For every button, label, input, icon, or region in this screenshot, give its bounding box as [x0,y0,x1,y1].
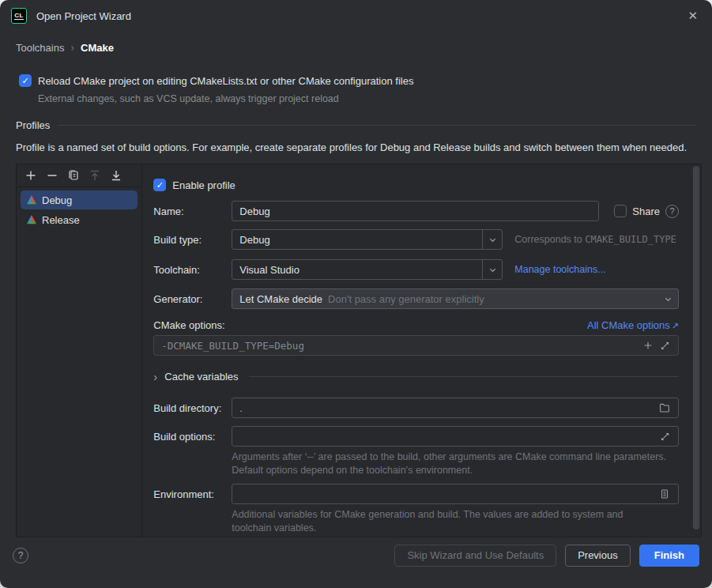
expand-icon[interactable] [660,341,670,351]
chevron-down-icon [482,230,502,249]
environment-hint: Additional variables for CMake generatio… [232,508,654,534]
separator-line [58,125,696,126]
toolchain-label: Toolchain: [153,264,232,276]
build-type-hint: Corresponds to CMAKE_BUILD_TYPE [514,234,676,245]
skip-wizard-button[interactable]: Skip Wizard and Use Defaults [394,545,556,567]
build-options-label: Build options: [153,431,232,443]
cmake-options-value: -DCMAKE_BUILD_TYPE=Debug [161,340,304,352]
breadcrumb-cmake: CMake [81,42,114,54]
enable-profile-row: ✓ Enable profile [153,179,679,191]
enable-profile-checkbox[interactable]: ✓ [153,179,166,191]
remove-profile-button[interactable] [46,169,58,182]
checkmark-icon: ✓ [156,181,164,190]
name-value: Debug [239,205,269,217]
share-label: Share [632,205,660,217]
profiles-section-header: Profiles [16,117,696,133]
footer: ? Skip Wizard and Use Defaults Previous … [0,537,712,576]
build-options-row: Build options: [153,426,679,447]
finish-button[interactable]: Finish [639,545,699,567]
cmake-profile-icon [26,214,37,225]
cmake-options-header: CMake options: All CMake options↗ [153,319,679,331]
variables-list-icon[interactable] [659,488,670,499]
generator-placeholder: Don't pass any generator explicitly [328,293,484,305]
environment-label: Environment: [153,488,232,500]
build-options-hint: Arguments after ‘--’ are passed to the b… [232,450,674,477]
build-type-value: Debug [239,234,269,246]
build-options-input[interactable] [232,426,679,447]
name-row: Name: Debug Share ? [153,201,679,221]
share-checkbox[interactable] [614,205,627,217]
scrollbar[interactable] [693,166,699,530]
breadcrumb-toolchains[interactable]: Toolchains [16,42,64,54]
environment-input[interactable] [232,484,679,504]
enable-profile-label: Enable profile [172,179,235,191]
cmake-options-input[interactable]: -DCMAKE_BUILD_TYPE=Debug [153,335,679,356]
profile-item-label: Debug [42,194,72,206]
manage-toolchains-link[interactable]: Manage toolchains... [514,264,605,275]
copy-profile-button[interactable] [67,169,80,182]
clion-logo-icon: CL [11,8,27,24]
close-icon[interactable]: ✕ [684,7,701,24]
profiles-toolbar [17,164,141,187]
name-input[interactable]: Debug [232,201,599,221]
build-directory-input[interactable]: . [232,398,679,418]
cache-variables-toggle[interactable]: › Cache variables [153,370,679,383]
previous-button[interactable]: Previous [565,545,631,567]
help-icon[interactable]: ? [13,548,28,564]
build-directory-row: Build directory: . [153,398,679,418]
generator-row: Generator: Let CMake decide Don't pass a… [153,288,679,309]
generator-label: Generator: [153,293,232,305]
clion-logo-text: CL [14,12,24,20]
build-directory-value: . [239,402,243,414]
move-up-button[interactable] [89,169,101,182]
toolchain-value: Visual Studio [239,264,299,276]
external-link-icon: ↗ [672,321,679,330]
toolchain-row: Toolchain: Visual Studio Manage toolchai… [153,259,679,280]
profiles-list: Debug Release [17,187,141,233]
profile-item-debug[interactable]: Debug [21,190,138,209]
folder-icon[interactable] [659,402,670,413]
titlebar: CL Open Project Wizard ✕ [0,0,712,32]
profile-item-label: Release [42,214,80,226]
profile-item-release[interactable]: Release [21,210,138,229]
profiles-list-panel: Debug Release [17,164,142,537]
generator-value: Let CMake decide [239,293,322,305]
expand-icon[interactable] [660,432,670,442]
profile-form: ✓ Enable profile Name: Debug Share ? Bui… [142,164,701,537]
add-profile-button[interactable] [24,169,37,182]
reload-checkbox[interactable]: ✓ [19,74,32,87]
generator-select[interactable]: Let CMake decide Don't pass any generato… [232,288,679,309]
profiles-title: Profiles [16,119,50,131]
cache-variables-label: Cache variables [164,371,238,383]
build-type-label: Build type: [153,234,232,246]
cmake-profile-icon [26,194,37,205]
build-type-row: Build type: Debug Corresponds to CMAKE_B… [153,229,679,250]
toolchain-select[interactable]: Visual Studio [232,259,503,280]
reload-section: ✓ Reload CMake project on editing CMakeL… [19,73,712,104]
reload-hint: External changes, such as VCS update, al… [38,93,712,104]
checkmark-icon: ✓ [21,77,28,85]
window-title: Open Project Wizard [36,10,131,22]
build-type-select[interactable]: Debug [232,229,503,250]
chevron-right-icon: › [70,41,74,54]
separator-line [249,376,679,377]
build-directory-label: Build directory: [153,402,232,414]
chevron-down-icon [482,260,502,279]
chevron-right-icon: › [153,370,157,383]
share-help-icon[interactable]: ? [665,205,679,218]
name-label: Name: [153,205,232,217]
profiles-panel: Debug Release ✓ Enable profile N [16,164,702,537]
breadcrumb: Toolchains › CMake [16,40,712,55]
move-down-button[interactable] [110,169,122,182]
all-cmake-options-link[interactable]: All CMake options↗ [587,319,679,331]
chevron-down-icon [658,289,678,308]
open-project-wizard-dialog: CL Open Project Wizard ✕ Toolchains › CM… [0,0,712,588]
reload-label: Reload CMake project on editing CMakeLis… [38,75,413,87]
profiles-description: Profile is a named set of build options.… [16,141,696,155]
add-option-icon[interactable] [642,340,654,351]
cmake-options-label: CMake options: [153,319,224,331]
environment-row: Environment: [153,484,679,504]
